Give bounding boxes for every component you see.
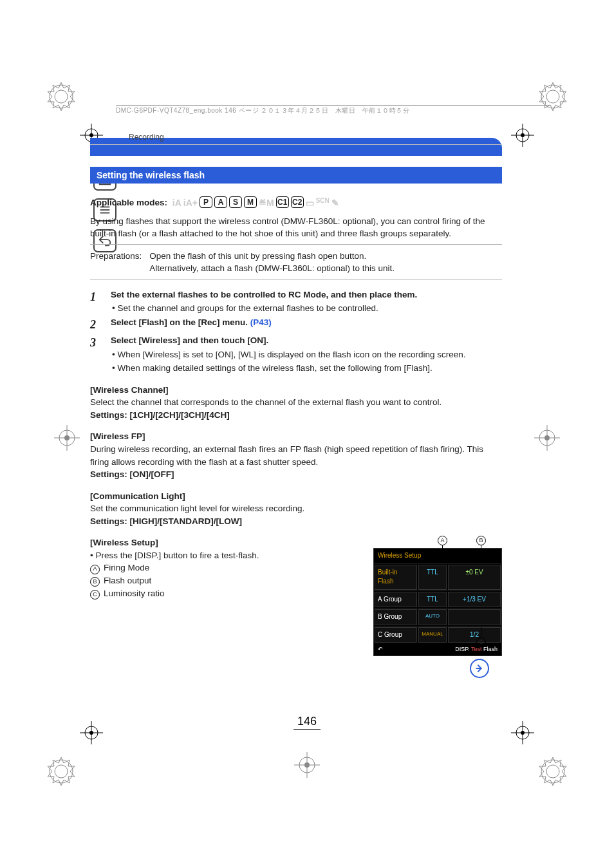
step1-sub1: Set the channel and groups for the exter… [111, 302, 502, 315]
step2-title: Select [Flash] on the [Rec] menu. [111, 317, 250, 327]
applicable-modes-row: Applicable modes: iA iA+ P A S M ≝M C1 C… [90, 196, 502, 210]
wireless-channel-settings: Settings: [1CH]/[2CH]/[3CH]/[4CH] [90, 409, 502, 422]
page-title: Setting the wireless flash [90, 167, 502, 184]
preparations-label: Preparations: [90, 250, 142, 275]
print-rosette [45, 80, 77, 113]
step3-sub1: When [Wireless] is set to [ON], [WL] is … [111, 348, 502, 361]
callout-line [481, 627, 481, 637]
svg-point-11 [64, 435, 70, 440]
intro-text: By using flashes that support the wirele… [90, 215, 502, 240]
callout-letter-a: A [438, 535, 451, 545]
callout-b-label: BFlash output [90, 574, 360, 587]
svg-point-15 [544, 435, 550, 440]
wireless-setup-body: • Press the [DISP.] button to fire a tes… [90, 549, 360, 562]
divider [90, 279, 502, 279]
print-header: DMC-G6PDF-VQT4Z78_eng.book 146 ページ ２０１３年… [116, 105, 550, 115]
callout-c-label: CLuminosity ratio [90, 587, 360, 600]
divider [90, 244, 502, 245]
next-page-button[interactable] [470, 659, 489, 678]
mode-movie-icon: ≝M [259, 196, 274, 209]
section-label: Recording [90, 129, 502, 145]
mode-s-icon: S [229, 196, 242, 208]
step3-sub2: When making detailed settings of the wir… [111, 362, 502, 375]
panel-row-a: A Group TTL +1/3 EV [374, 590, 501, 609]
step1-title: Set the external flashes to be controlle… [111, 288, 502, 301]
callout-line [481, 545, 481, 560]
callout-letter-c: C [476, 637, 490, 647]
wireless-channel-heading: [Wireless Channel] [90, 384, 502, 397]
print-rosette [45, 755, 77, 788]
back-arrow-icon: ↶ [378, 645, 383, 654]
applicable-label: Applicable modes: [90, 198, 167, 207]
svg-point-1 [50, 85, 73, 108]
registration-mark [54, 425, 80, 451]
registration-mark [510, 122, 535, 148]
callout-letter-b: B [476, 535, 490, 545]
wireless-fp-heading: [Wireless FP] [90, 430, 502, 443]
wireless-channel-body: Select the channel that corresponds to t… [90, 396, 502, 409]
mode-m-icon: M [244, 196, 257, 208]
mode-creative-icon: ✎ [331, 196, 339, 209]
svg-point-31 [89, 731, 93, 735]
preparations-line2: Alternatively, attach a flash (DMW-FL360… [149, 262, 395, 275]
svg-point-27 [521, 133, 525, 137]
svg-point-6 [546, 765, 559, 778]
svg-point-5 [50, 760, 73, 783]
print-rosette [537, 755, 569, 788]
communication-light-settings: Settings: [HIGH]/[STANDARD]/[LOW] [90, 515, 502, 528]
registration-mark [534, 425, 560, 451]
mode-a-icon: A [214, 196, 227, 208]
communication-light-body: Set the communication light level for wi… [90, 502, 502, 515]
panel-row-builtin: Built-in Flash TTL ±0 EV [374, 563, 501, 590]
mode-c2-icon: C2 [291, 196, 304, 208]
wireless-fp-settings: Settings: [ON]/[OFF] [90, 468, 502, 481]
step-number: 1 [90, 288, 102, 315]
page-number: 146 [0, 715, 614, 728]
panel-title: Wireless Setup [374, 549, 501, 563]
mode-iaplus-icon: iA+ [183, 196, 198, 209]
mode-scn-icon: SCN [316, 196, 330, 209]
svg-point-7 [541, 760, 564, 783]
mode-p-icon: P [200, 196, 212, 208]
panel-row-b: B Group AUTO [374, 608, 501, 626]
svg-point-4 [55, 765, 68, 778]
callout-line [442, 545, 443, 560]
step-number: 2 [90, 316, 102, 333]
wireless-setup-heading: [Wireless Setup] [90, 536, 360, 549]
mode-panorama-icon: ▭ [306, 196, 314, 209]
communication-light-heading: [Communication Light] [90, 490, 502, 503]
page-link[interactable]: (P43) [250, 317, 272, 327]
wireless-fp-body: During wireless recording, an external f… [90, 443, 502, 468]
step3-title: Select [Wireless] and then touch [ON]. [111, 334, 502, 347]
svg-point-2 [546, 90, 559, 103]
callout-a-label: AFiring Mode [90, 561, 360, 574]
svg-point-35 [521, 731, 525, 735]
mode-ia-icon: iA [172, 196, 181, 209]
svg-point-0 [55, 90, 68, 103]
preparations-line1: Open the flash of this unit by pressing … [149, 250, 395, 263]
mode-c1-icon: C1 [276, 196, 289, 208]
svg-point-19 [304, 762, 310, 768]
step-number: 3 [90, 334, 102, 375]
registration-mark [294, 752, 320, 778]
